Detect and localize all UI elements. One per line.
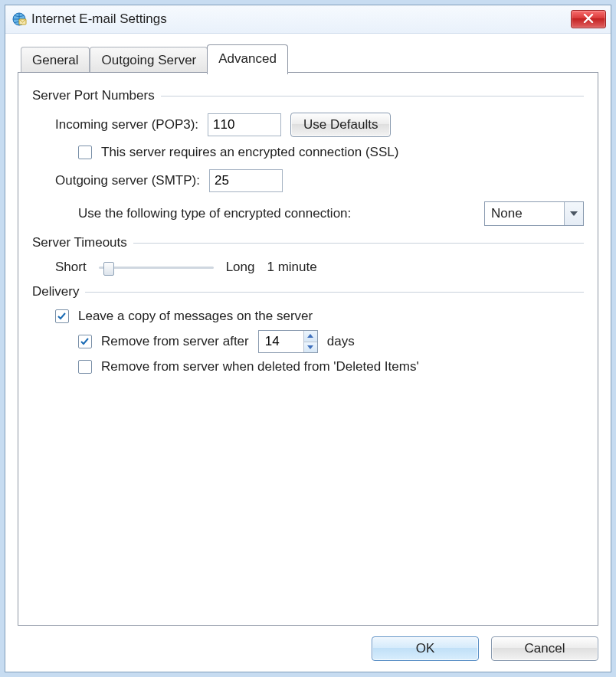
group-server-port-numbers: Server Port Numbers Incoming server (POP… [32,88,584,226]
close-button[interactable] [571,10,606,28]
ok-button[interactable]: OK [372,636,479,661]
incoming-port-input[interactable] [208,113,281,136]
group-delivery: Delivery Leave a copy of messages on the… [32,284,584,374]
chevron-down-icon [570,211,578,216]
separator-line [85,292,584,293]
outgoing-server-label: Outgoing server (SMTP): [55,173,200,188]
chevron-up-icon [307,334,313,338]
use-defaults-button[interactable]: Use Defaults [290,113,391,137]
timeout-value: 1 minute [267,260,316,275]
cancel-button[interactable]: Cancel [491,636,598,661]
days-label: days [327,334,355,349]
ssl-label: This server requires an encrypted connec… [101,145,398,160]
remove-after-label: Remove from server after [101,334,249,349]
encryption-type-value: None [485,202,564,225]
dropdown-button[interactable] [564,202,583,225]
tab-outgoing-server[interactable]: Outgoing Server [90,47,208,73]
separator-line [133,243,584,244]
remove-after-days-spinner[interactable] [258,330,318,353]
slider-thumb[interactable] [103,262,114,276]
timeout-slider[interactable] [99,260,214,274]
email-globe-icon [11,11,27,27]
ssl-checkbox[interactable] [78,146,92,159]
group-server-timeouts: Server Timeouts Short Long 1 minute [32,235,584,275]
title-bar: Internet E-mail Settings [5,5,611,34]
remove-after-days-input[interactable] [259,331,303,352]
timeout-short-label: Short [55,260,87,275]
tab-strip: General Outgoing Server Advanced [21,43,598,73]
tab-advanced[interactable]: Advanced [207,44,288,74]
separator-line [161,96,584,96]
remove-after-checkbox[interactable] [78,335,92,348]
incoming-server-label: Incoming server (POP3): [55,117,198,132]
outgoing-port-input[interactable] [209,169,283,192]
dialog-footer: OK Cancel [18,633,598,661]
remove-when-deleted-checkbox[interactable] [78,360,92,374]
advanced-panel: Server Port Numbers Incoming server (POP… [18,72,598,626]
remove-when-deleted-label: Remove from server when deleted from 'De… [101,359,419,374]
title-bar-left: Internet E-mail Settings [11,11,167,27]
leave-copy-checkbox[interactable] [55,309,69,323]
close-icon [583,12,594,26]
group-caption: Server Timeouts [32,235,127,250]
group-caption: Server Port Numbers [32,88,155,103]
chevron-down-icon [307,345,313,349]
group-caption: Delivery [32,284,79,299]
settings-dialog: Internet E-mail Settings General Outgoin… [5,5,611,672]
client-area: General Outgoing Server Advanced Server … [5,34,611,672]
tab-general[interactable]: General [21,47,90,73]
leave-copy-label: Leave a copy of messages on the server [78,309,313,324]
encryption-type-select[interactable]: None [484,201,584,226]
spin-up-button[interactable] [303,331,317,342]
window-title: Internet E-mail Settings [31,11,167,27]
slider-track [99,267,214,269]
spin-down-button[interactable] [303,342,317,353]
timeout-long-label: Long [226,260,255,275]
encryption-type-label: Use the following type of encrypted conn… [78,206,351,221]
